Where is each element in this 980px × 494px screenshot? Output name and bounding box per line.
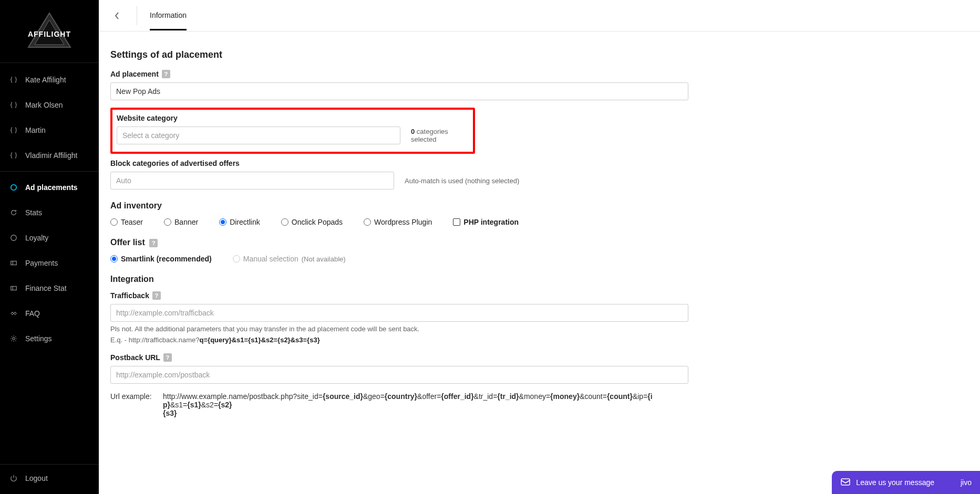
logo-text: AFFILIGHT	[28, 30, 71, 38]
content: Settings of ad placement Ad placement ? …	[99, 31, 824, 438]
trafficback-label: Trafficback ?	[110, 291, 812, 300]
block-categories-status: Auto-match is used (nothing selected)	[405, 177, 519, 185]
sidebar: AFFILIGHT Kate Affilight Mark Olsen Mart…	[0, 0, 99, 494]
radio-wordpress-plugin[interactable]: Wordpress Plugin	[364, 218, 432, 226]
sidebar-item-finance-stat[interactable]: Finance Stat	[0, 276, 99, 301]
svg-point-2	[11, 185, 17, 191]
help-icon	[9, 309, 18, 318]
message-icon	[840, 477, 851, 488]
sidebar-item-label: FAQ	[25, 309, 40, 318]
website-category-label: Website category	[117, 114, 469, 122]
help-icon[interactable]: ?	[152, 291, 161, 300]
sidebar-item-settings[interactable]: Settings	[0, 326, 99, 351]
radio-icon	[219, 218, 226, 226]
refresh-icon	[9, 208, 18, 217]
card-icon	[9, 284, 18, 292]
radio-icon	[110, 218, 118, 226]
trafficback-hint-2: E.q. - http://trafficback.name?q={query}…	[110, 336, 812, 344]
website-category-highlight: Website category 0 categories selected	[110, 108, 475, 154]
svg-point-3	[11, 235, 17, 241]
sidebar-item-payments[interactable]: Payments	[0, 250, 99, 276]
sidebar-user-label: Kate Affilight	[25, 76, 66, 84]
sidebar-item-stats[interactable]: Stats	[0, 200, 99, 225]
sidebar-item-faq[interactable]: FAQ	[0, 301, 99, 326]
tab-information[interactable]: Information	[150, 1, 187, 30]
help-icon[interactable]: ?	[163, 353, 172, 362]
radio-icon	[281, 218, 288, 226]
sidebar-item-label: Logout	[25, 474, 48, 482]
chat-widget[interactable]: Leave us your message jivo	[832, 471, 980, 494]
power-icon	[9, 474, 18, 482]
divider	[137, 6, 137, 25]
sidebar-user-mark[interactable]: Mark Olsen	[0, 92, 99, 118]
sidebar-item-loyalty[interactable]: Loyalty	[0, 225, 99, 250]
radio-manual-selection: Manual selection (Not available)	[233, 255, 346, 263]
ad-inventory-title: Ad inventory	[110, 201, 812, 211]
gear-icon	[9, 334, 18, 343]
sidebar-users: Kate Affilight Mark Olsen Martin Vladimi…	[0, 63, 99, 168]
sidebar-item-label: Loyalty	[25, 234, 48, 242]
sidebar-user-martin[interactable]: Martin	[0, 118, 99, 143]
postback-url-example-value: http://www.example.name/postback.php?sit…	[163, 392, 657, 417]
sidebar-user-label: Vladimir Affilight	[25, 151, 77, 160]
card-icon	[9, 259, 18, 267]
ad-inventory-row: Teaser Banner Directlink Onclick Popads …	[110, 218, 812, 226]
divider	[0, 171, 99, 172]
radio-onclick-popads[interactable]: Onclick Popads	[281, 218, 343, 226]
offer-list-row: Smartlink (recommended) Manual selection…	[110, 255, 812, 263]
block-categories-label: Block categories of advertised offers	[110, 159, 812, 167]
circle-icon	[9, 183, 18, 192]
svg-point-6	[13, 338, 15, 340]
braces-icon	[9, 151, 18, 160]
sidebar-user-label: Mark Olsen	[25, 101, 63, 109]
svg-rect-5	[11, 287, 17, 290]
back-button[interactable]	[110, 9, 124, 23]
trafficback-hint-1: Pls not. All the additional parameters t…	[110, 325, 812, 333]
radio-icon	[110, 255, 118, 262]
postback-url-example: Url example: http://www.example.name/pos…	[110, 392, 812, 417]
sidebar-item-logout[interactable]: Logout	[0, 465, 99, 494]
circle-outline-icon	[9, 234, 18, 242]
radio-teaser[interactable]: Teaser	[110, 218, 143, 226]
trafficback-input[interactable]	[110, 304, 688, 322]
sidebar-item-ad-placements[interactable]: Ad placements	[0, 175, 99, 200]
braces-icon	[9, 101, 18, 109]
ad-placement-input[interactable]	[110, 82, 688, 100]
chevron-left-icon	[114, 12, 120, 20]
braces-icon	[9, 76, 18, 84]
website-category-status: 0 categories selected	[411, 128, 469, 143]
sidebar-item-label: Stats	[25, 208, 42, 217]
help-icon[interactable]: ?	[162, 70, 170, 78]
page-title: Settings of ad placement	[110, 49, 812, 60]
ad-placement-label: Ad placement ?	[110, 70, 812, 78]
main-area: Information Settings of ad placement Ad …	[99, 0, 980, 494]
svg-rect-4	[11, 261, 17, 265]
sidebar-user-vladimir[interactable]: Vladimir Affilight	[0, 143, 99, 168]
logo-area: AFFILIGHT	[0, 0, 99, 63]
block-categories-input[interactable]	[110, 172, 394, 190]
radio-icon	[164, 218, 171, 226]
sidebar-item-label: Settings	[25, 334, 52, 343]
chat-label: Leave us your message	[856, 478, 934, 487]
block-categories-section: Block categories of advertised offers Au…	[110, 159, 812, 190]
postback-label: Postback URL ?	[110, 353, 812, 362]
svg-rect-7	[841, 479, 850, 485]
sidebar-logout-section: Logout	[0, 464, 99, 494]
sidebar-user-kate[interactable]: Kate Affilight	[0, 67, 99, 92]
help-icon[interactable]: ?	[149, 239, 158, 247]
sidebar-user-label: Martin	[25, 126, 46, 134]
checkbox-icon	[453, 218, 460, 226]
sidebar-item-label: Finance Stat	[25, 284, 67, 292]
radio-smartlink[interactable]: Smartlink (recommended)	[110, 255, 212, 263]
chat-brand: jivo	[961, 478, 972, 487]
logo-icon: AFFILIGHT	[23, 10, 76, 52]
checkbox-php-integration[interactable]: PHP integration	[453, 218, 519, 226]
postback-input[interactable]	[110, 366, 688, 384]
radio-icon	[233, 255, 240, 262]
offer-list-title: Offer list ?	[110, 238, 812, 247]
radio-banner[interactable]: Banner	[164, 218, 198, 226]
sidebar-item-label: Payments	[25, 259, 58, 267]
website-category-input[interactable]	[117, 127, 400, 144]
radio-icon	[364, 218, 371, 226]
radio-directlink[interactable]: Directlink	[219, 218, 260, 226]
